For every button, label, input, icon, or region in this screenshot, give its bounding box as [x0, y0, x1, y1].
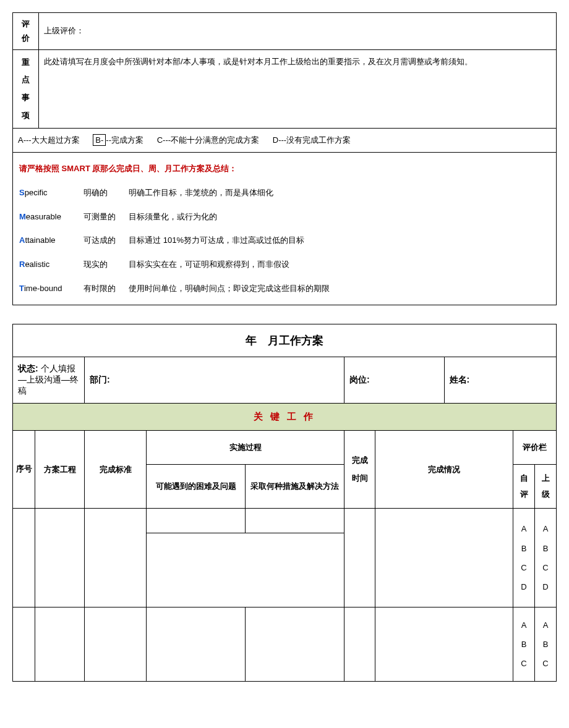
eval-self-cell: ABCD [513, 509, 535, 607]
eval-sup-cell: ABC [535, 607, 557, 682]
hdr-status: 完成情况 [375, 431, 513, 509]
plan-title: 年 月工作方案 [13, 324, 557, 357]
smart-s: Specific 明确的 明确工作目标，非笼统的，而是具体细化 [19, 185, 550, 201]
eval-content: 上级评价： [39, 13, 557, 50]
hdr-standard: 完成标准 [85, 431, 147, 509]
meta-dept: 部门: [85, 357, 344, 404]
hdr-seq: 序号 [13, 431, 35, 509]
meta-status: 状态: 个人填报—上级沟通—终稿 [13, 357, 85, 404]
legend-b-box: B- [93, 134, 106, 146]
keypoint-label: 重 点 事 项 [13, 49, 39, 128]
table-row: ABC ABC [13, 607, 557, 682]
table-row: ABCD ABCD [13, 509, 557, 533]
section-header: 关 键 工 作 [13, 404, 557, 431]
hdr-eval-self: 自评 [513, 465, 535, 509]
hdr-time: 完成时间 [344, 431, 375, 509]
smart-t: Time-bound 有时限的 使用时间单位，明确时间点；即设定完成这些目标的期… [19, 281, 550, 297]
hdr-project: 方案工程 [35, 431, 85, 509]
smart-r: Realistic 现实的 目标实实在在，可证明和观察得到，而非假设 [19, 257, 550, 273]
meta-post: 岗位: [344, 357, 445, 404]
hdr-process-sub2: 采取何种措施及解决方法 [246, 465, 344, 509]
eval-self-cell: ABC [513, 607, 535, 682]
smart-m: Measurable 可测量的 目标须量化，或行为化的 [19, 210, 550, 225]
plan-table: 年 月工作方案 状态: 个人填报—上级沟通—终稿 部门: 岗位: 姓名: 关 键… [12, 324, 557, 682]
hdr-process-sub1: 可能遇到的困难及问题 [147, 465, 246, 509]
smart-cell: 请严格按照 SMART 原那么完成日、周、月工作方案及总结： Specific … [13, 153, 557, 305]
summary-table: 评价 上级评价： 重 点 事 项 此处请填写在月度会中所强调针对本部/本人事项，… [12, 12, 557, 305]
hdr-eval-sup: 上级 [535, 465, 557, 509]
meta-name: 姓名: [444, 357, 557, 404]
eval-sup-cell: ABCD [535, 509, 557, 607]
legend-row: A---大大超过方案 B---完成方案 C---不能十分满意的完成方案 D---… [13, 129, 557, 153]
smart-a: Attainable 可达成的 目标通过 101%努力可达成，非过高或过低的目标 [19, 233, 550, 248]
keypoint-content: 此处请填写在月度会中所强调针对本部/本人事项，或是针对本月工作上级给出的重要指示… [39, 49, 557, 128]
hdr-process: 实施过程 [147, 431, 344, 465]
hdr-eval: 评价栏 [513, 431, 557, 465]
eval-label: 评价 [13, 13, 39, 50]
